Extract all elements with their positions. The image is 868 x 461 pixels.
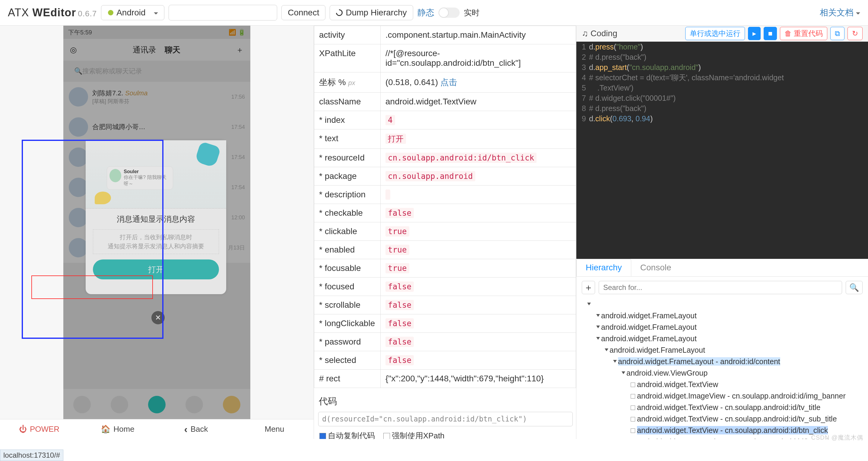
mode-toggle[interactable] [438,7,460,18]
property-row: classNameandroid.widget.TextView [314,93,576,111]
bell-icon [194,141,221,168]
properties-panel: activity.component.startup.main.MainActi… [314,26,576,439]
property-row: * scrollablefalse [314,296,576,314]
souler-sub: 你在干嘛? 陪我聊天呀～ [124,175,166,186]
back-button[interactable]: Back [157,419,235,439]
modal-title: 消息通知显示消息内容 [86,209,226,227]
tree-node[interactable]: android.widget.FrameLayout - android:id/… [582,356,863,367]
mode-static-label[interactable]: 静态 [417,7,434,19]
phone-header: ◎ 通讯录 聊天 ＋ [63,39,250,61]
modal-desc: 打开后，当收到私聊消息时通知提示将显示发消息人和内容摘要 [93,229,219,254]
device-address-input[interactable] [168,5,277,21]
tab-console[interactable]: Console [631,259,680,277]
tab-contacts: 通讯录 [133,45,156,55]
tree-node[interactable]: android.widget.FrameLayout [582,333,863,344]
status-url: localhost:17310/# [0,450,63,461]
android-icon [107,9,114,16]
connect-button[interactable]: Connect [281,5,326,20]
property-row: * enabledtrue [314,241,576,259]
status-icons: 📶 🔋 [228,29,246,36]
notification-modal: Souler你在干嘛? 陪我聊天呀～ 消息通知显示消息内容 打开后，当收到私聊消… [86,140,226,294]
run-button[interactable]: ▸ [748,27,761,40]
refresh-icon [335,8,344,18]
power-button[interactable]: POWER [0,419,79,439]
tree-node[interactable]: android.widget.TextView - cn.soulapp.and… [582,413,863,425]
bottom-tabs: Hierarchy Console [576,259,868,277]
back-icon [184,423,187,435]
platform-select[interactable]: Android [101,5,164,20]
chat-item: 合肥同城蹲小哥… 17:54 [63,112,250,142]
property-row: * selectedfalse [314,351,576,370]
souler-avatar [110,169,121,182]
platform-label: Android [116,8,146,18]
property-row: 坐标 % px(0.518, 0.641) 点击 [314,72,576,93]
phone-search: 🔍 搜索昵称或聊天记录 [69,64,245,79]
docs-label: 相关文档 [820,8,854,17]
click-link[interactable]: 点击 [440,78,457,87]
clock-text: 下午5:59 [68,28,92,36]
home-button[interactable]: Home [79,419,157,439]
brand-text: ATX [8,6,32,19]
hierarchy-tree[interactable]: android.widget.FrameLayoutandroid.widget… [576,298,868,439]
property-row: * index4 [314,111,576,129]
tree-node[interactable]: android.view.ViewGroup [582,367,863,379]
menu-button[interactable]: Menu [235,419,314,439]
coding-header: ♫Coding 单行或选中运行 ▸ ■ 🗑 重置代码 ⧉ ↻ [576,26,868,42]
phone-screenshot[interactable]: 下午5:59 📶 🔋 ◎ 通讯录 聊天 ＋ 🔍 搜索昵称或聊天记录 刘陈婧7.2… [63,26,250,439]
device-preview-panel: 下午5:59 📶 🔋 ◎ 通讯录 聊天 ＋ 🔍 搜索昵称或聊天记录 刘陈婧7.2… [0,26,314,439]
tree-node[interactable]: android.widget.FrameLayout [582,344,863,356]
scan-icon: ◎ [70,45,77,55]
tree-node[interactable]: android.widget.ImageView - cn.soulapp.an… [582,390,863,402]
hierarchy-search-button[interactable]: 🔍 [846,281,863,294]
dump-label: Dump Hierarchy [346,8,407,18]
music-icon: ♫ [582,29,588,38]
property-row: * checkablefalse [314,204,576,222]
svg-point-0 [108,10,114,16]
property-row: * resourceIdcn.soulapp.android:id/btn_cl… [314,149,576,167]
tree-node[interactable]: android.widget.TextView - cn.soulapp.and… [582,402,863,413]
trash-icon: 🗑 [784,29,792,38]
tree-node[interactable]: android.widget.FrameLayout [582,310,863,321]
property-row: * focusedfalse [314,278,576,296]
mode-live-label: 实时 [464,7,479,18]
tree-node[interactable]: android.widget.FrameLayout [582,321,863,333]
expand-all-button[interactable]: ＋ [582,281,595,294]
properties-table: activity.component.startup.main.MainActi… [314,26,576,388]
modal-open-button[interactable]: 打开 [93,259,219,279]
plus-icon: ＋ [236,45,244,55]
property-row: # rect{"x":200,"y":1448,"width":679,"hei… [314,370,576,388]
chevron-down-icon [856,8,860,17]
modal-close-icon[interactable]: ✕ [151,311,165,324]
force-xpath-checkbox[interactable]: 强制使用XPath [383,431,444,439]
code-editor[interactable]: 1d.press("home")2# d.press("back")3d.app… [576,42,868,259]
property-row: activity.component.startup.main.MainActi… [314,26,576,44]
stop-button[interactable]: ■ [764,27,777,40]
tree-node[interactable]: android.widget.TextView [582,379,863,390]
clear-button[interactable]: ↻ [847,27,863,40]
chat-item: 刘陈婧7.2. Soulma[草稿] 阿斯蒂芬17:56 [63,82,250,112]
home-icon [101,425,111,434]
docs-link[interactable]: 相关文档 [820,7,860,19]
property-row: * description [314,186,576,204]
property-row: * text打开 [314,129,576,149]
brand-bold: WEditor [32,6,76,19]
property-row: * clickabletrue [314,222,576,241]
souler-name: Souler [124,169,139,174]
property-row: * packagecn.soulapp.android [314,167,576,186]
run-selection-button[interactable]: 单行或选中运行 [685,27,745,40]
copy-button[interactable]: ⧉ [830,27,844,40]
device-controls: POWER Home Back Menu [0,419,314,439]
reset-code-button[interactable]: 🗑 重置代码 [780,27,827,40]
code-heading: 代码 [314,388,576,410]
property-row: * longClickablefalse [314,314,576,333]
chevron-down-icon [154,8,158,18]
top-toolbar: ATX WEditor0.6.7 Android Connect Dump Hi… [0,0,868,26]
generated-code-input[interactable] [318,412,573,426]
auto-copy-checkbox[interactable]: 自动复制代码 [319,431,375,439]
dump-hierarchy-button[interactable]: Dump Hierarchy [330,5,413,20]
tab-chat: 聊天 [165,45,180,55]
tree-node[interactable] [582,298,863,310]
property-row: * focusabletrue [314,259,576,278]
tab-hierarchy[interactable]: Hierarchy [576,259,631,277]
hierarchy-search-input[interactable] [599,281,842,294]
